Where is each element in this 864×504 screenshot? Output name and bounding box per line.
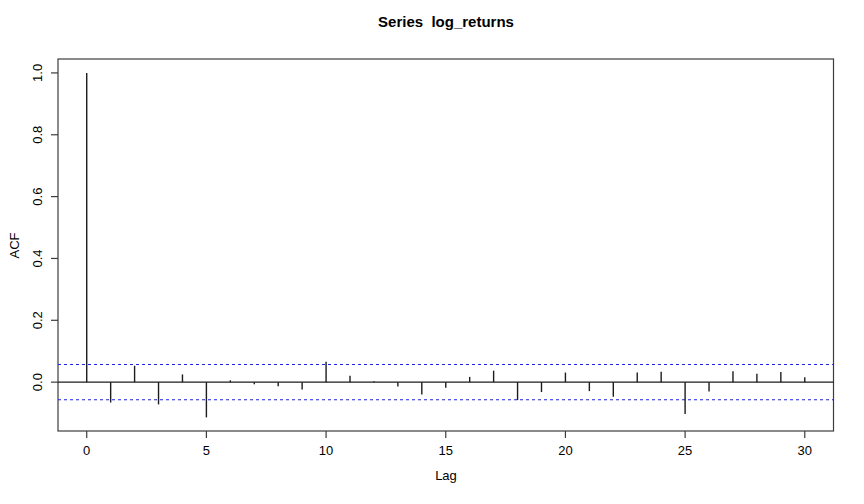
- x-tick-label: 10: [319, 443, 333, 458]
- x-tick-label: 15: [439, 443, 453, 458]
- y-tick-label: 0.2: [30, 311, 45, 329]
- y-tick-label: 0.0: [30, 373, 45, 391]
- y-tick-label: 0.6: [30, 188, 45, 206]
- x-tick-label: 25: [678, 443, 692, 458]
- y-tick-label: 0.4: [30, 249, 45, 267]
- x-tick-label: 5: [203, 443, 210, 458]
- x-tick-label: 30: [798, 443, 812, 458]
- plot-border: [58, 59, 834, 431]
- x-tick-label: 0: [83, 443, 90, 458]
- r-acf-plot-window: Series log_returns ACF Lag 0.00.20.40.60…: [0, 0, 864, 504]
- y-tick-label: 0.8: [30, 126, 45, 144]
- acf-chart-area: 0.00.20.40.60.81.0051015202530: [0, 0, 864, 504]
- x-tick-label: 20: [558, 443, 572, 458]
- y-tick-label: 1.0: [30, 64, 45, 82]
